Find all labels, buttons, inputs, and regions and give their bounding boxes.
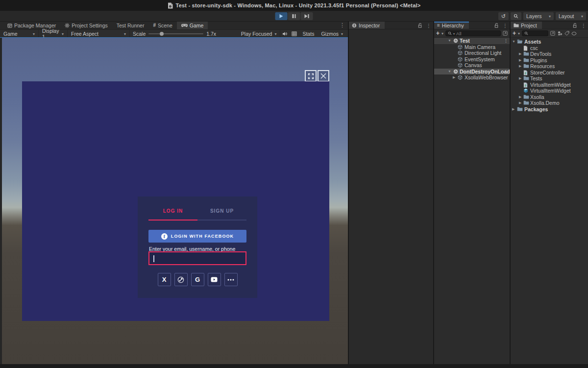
search-by-label-icon[interactable] <box>564 31 569 36</box>
project-item-label: Plugins <box>530 57 547 64</box>
hierarchy-item-directional-light[interactable]: Directional Light <box>434 50 510 56</box>
layout-dropdown[interactable]: Layout▾ <box>556 12 586 20</box>
social-login-steam-button[interactable] <box>174 273 188 286</box>
project-item-devtools[interactable]: ▶DevTools <box>511 51 588 57</box>
tab-inspector[interactable]: Inspector <box>349 22 385 29</box>
tab-hierarchy[interactable]: ≡ Hierarchy <box>434 22 469 29</box>
project-item-packages[interactable]: ▶Packages <box>511 106 588 113</box>
scale-slider-knob[interactable] <box>160 32 164 36</box>
hierarchy-item-main-camera[interactable]: Main Camera <box>434 44 510 50</box>
scale-value: 1.7x <box>206 31 216 37</box>
browser-fullscreen-button[interactable] <box>305 70 317 82</box>
social-login-youtube-button[interactable] <box>208 273 221 286</box>
project-search-input[interactable] <box>522 30 548 36</box>
login-with-facebook-button[interactable]: f LOGIN WITH FACEBOOK <box>148 230 246 243</box>
tab-sign-up[interactable]: SIGN UP <box>197 208 246 221</box>
vsync-grid-button[interactable] <box>290 30 299 38</box>
disclosure-collapsed-icon[interactable]: ▶ <box>519 100 521 106</box>
scene-icon <box>453 38 458 43</box>
tab-test-runner[interactable]: Test Runner <box>112 22 149 29</box>
pause-button[interactable] <box>288 12 300 20</box>
scale-slider[interactable] <box>148 33 203 34</box>
tab-game[interactable]: Game <box>177 22 208 29</box>
tab-scene[interactable]: #Scene <box>148 22 176 29</box>
project-item-label: Resources <box>530 63 555 70</box>
layers-dropdown[interactable]: Layers▾ <box>523 12 554 20</box>
disclosure-collapsed-icon[interactable]: ▶ <box>512 106 514 113</box>
tab-project-settings[interactable]: Project Settings <box>60 22 112 29</box>
gizmos-dropdown[interactable]: Gizmos▾ <box>318 30 348 38</box>
hierarchy-item-xsollawebbrowser[interactable]: ▶XsollaWebBrowser <box>434 74 510 81</box>
tab-label: Test Runner <box>117 23 145 28</box>
disclosure-expanded-icon[interactable]: ▼ <box>448 38 451 44</box>
project-item-assets[interactable]: ▼Assets <box>511 39 588 45</box>
open-search-window-icon[interactable] <box>503 31 508 36</box>
project-item-resources[interactable]: ▶Resources <box>511 63 588 70</box>
search-by-type-icon[interactable] <box>557 31 563 36</box>
tab-log-in[interactable]: LOG IN <box>148 208 197 221</box>
lock-icon[interactable] <box>494 23 499 28</box>
project-item-virtualitemwidget[interactable]: #VirtualItemWidget <box>511 82 588 88</box>
browser-close-button[interactable] <box>318 70 329 82</box>
list-icon: ≡ <box>437 23 440 28</box>
disclosure-collapsed-icon[interactable]: ▶ <box>453 74 455 81</box>
hierarchy-item-canvas[interactable]: Canvas <box>434 62 510 69</box>
hierarchy-item-label: Main Camera <box>465 44 495 50</box>
disclosure-collapsed-icon[interactable]: ▶ <box>519 63 521 70</box>
project-header: Project ⋮ <box>511 22 588 29</box>
open-search-window-icon[interactable] <box>550 31 555 36</box>
more-icon <box>227 279 234 281</box>
disclosure-collapsed-icon[interactable]: ▶ <box>519 94 521 100</box>
disclosure-collapsed-icon[interactable]: ▶ <box>519 75 521 82</box>
play-focused-dropdown[interactable]: Play Focused▾ <box>238 30 280 38</box>
display-dropdown[interactable]: Display 1▾ <box>39 30 67 38</box>
game-view-toolbar: Game▾ Display 1▾ Free Aspect▾ Scale 1.7x… <box>0 29 348 38</box>
kebab-menu-icon[interactable]: ⋮ <box>426 23 431 28</box>
project-item-tests[interactable]: ▶Tests <box>511 75 588 82</box>
package-manager-icon <box>7 24 12 28</box>
project-item-xsolla[interactable]: ▶Xsolla <box>511 94 588 100</box>
hierarchy-item-dontdestroyonload[interactable]: ▼DontDestroyOnLoad⋮ <box>434 69 510 75</box>
search-filter-chevron-icon[interactable]: ▾ <box>453 32 455 35</box>
hidden-packages-eye-icon[interactable] <box>571 31 577 36</box>
tab-project[interactable]: Project <box>511 22 542 29</box>
social-login-more-button[interactable] <box>224 273 238 286</box>
lock-icon[interactable] <box>418 23 422 28</box>
project-item-label: VirtualItemWidget <box>530 88 571 94</box>
project-item-plugins[interactable]: ▶Plugins <box>511 57 588 64</box>
mute-audio-button[interactable] <box>280 30 290 38</box>
hierarchy-item-label: Test <box>460 38 470 44</box>
lock-icon[interactable] <box>573 23 577 28</box>
disclosure-collapsed-icon[interactable]: ▶ <box>519 51 521 57</box>
hierarchy-search-input[interactable]: ▾ All <box>445 30 501 36</box>
project-tree: ▼Assetscsc▶DevTools▶Plugins▶Resources#St… <box>511 38 588 112</box>
play-button[interactable] <box>275 12 288 20</box>
project-item-xsolla-demo[interactable]: ▶Xsolla.Demo <box>511 100 588 106</box>
aspect-ratio-dropdown[interactable]: Free Aspect▾ <box>68 30 129 38</box>
stats-button[interactable]: Stats <box>299 30 318 38</box>
undo-history-button[interactable]: ↺ <box>498 12 509 20</box>
hierarchy-item-test[interactable]: ▼Test⋮ <box>434 38 510 44</box>
social-login-x-button[interactable]: X <box>158 273 171 286</box>
game-view-kebab-menu[interactable]: ⋮ <box>340 22 345 28</box>
disclosure-expanded-icon[interactable]: ▼ <box>512 39 515 45</box>
game-display-mode-dropdown[interactable]: Game▾ <box>0 30 38 38</box>
disclosure-expanded-icon[interactable]: ▼ <box>448 69 451 75</box>
chevron-down-icon: ▾ <box>62 32 64 36</box>
steam-icon <box>177 276 184 283</box>
kebab-menu-icon[interactable]: ⋮ <box>504 69 508 75</box>
social-login-google-button[interactable]: G <box>191 273 204 286</box>
kebab-menu-icon[interactable]: ⋮ <box>503 23 508 28</box>
project-item-virtualitemwidget[interactable]: VirtualItemWidget <box>511 88 588 94</box>
project-item-csc[interactable]: csc <box>511 45 588 51</box>
email-input[interactable] <box>148 251 246 265</box>
project-item-storecontroller[interactable]: #StoreController <box>511 70 588 76</box>
kebab-menu-icon[interactable]: ⋮ <box>504 38 508 44</box>
global-search-button[interactable] <box>511 12 521 20</box>
step-bar-icon <box>308 14 309 18</box>
kebab-menu-icon[interactable]: ⋮ <box>581 23 586 28</box>
speaker-icon <box>282 31 288 36</box>
hierarchy-item-eventsystem[interactable]: EventSystem <box>434 56 510 63</box>
step-button[interactable] <box>301 12 313 20</box>
disclosure-collapsed-icon[interactable]: ▶ <box>519 57 521 64</box>
